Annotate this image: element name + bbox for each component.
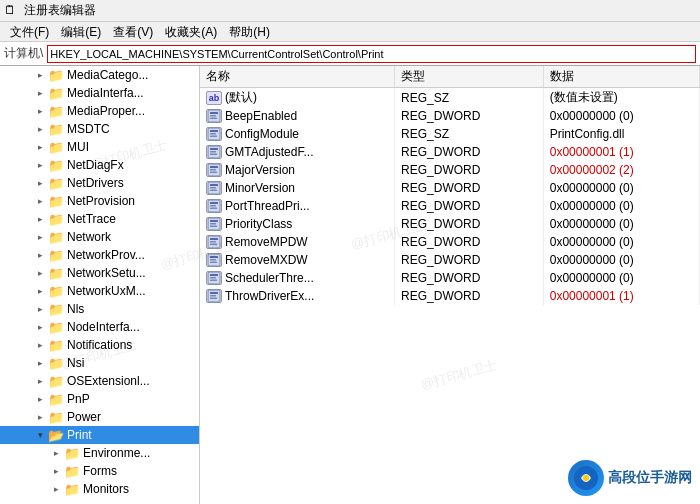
folder-icon: 📁 xyxy=(48,247,64,263)
cell-name: GMTAdjustedF... xyxy=(200,143,395,161)
table-row[interactable]: PriorityClassREG_DWORD0x00000000 (0) xyxy=(200,215,700,233)
cell-type: REG_DWORD xyxy=(395,161,544,179)
tree-item[interactable]: ▸📁Nsi xyxy=(0,354,199,372)
tree-item[interactable]: ▸📁MediaCatego... xyxy=(0,66,199,84)
cell-name: RemoveMXDW xyxy=(200,251,395,269)
cell-type: REG_DWORD xyxy=(395,215,544,233)
tree-arrow-icon: ▸ xyxy=(32,250,48,260)
menu-item[interactable]: 收藏夹(A) xyxy=(159,22,223,42)
tree-item[interactable]: ▸📁Power xyxy=(0,408,199,426)
tree-label: MediaCatego... xyxy=(67,68,148,82)
cell-name-text: SchedulerThre... xyxy=(225,271,314,285)
cell-data: PrintConfig.dll xyxy=(543,125,699,143)
tree-label: MediaInterfa... xyxy=(67,86,144,100)
tree-arrow-icon: ▸ xyxy=(48,466,64,476)
tree-item[interactable]: ▸📁Network xyxy=(0,228,199,246)
tree-label: Environme... xyxy=(83,446,150,460)
tree-item[interactable]: ▸📁MSDTC xyxy=(0,120,199,138)
tree-label: NetworkSetu... xyxy=(67,266,146,280)
menu-item[interactable]: 文件(F) xyxy=(4,22,55,42)
tree-arrow-icon: ▸ xyxy=(32,214,48,224)
tree-item[interactable]: ▸📁NetTrace xyxy=(0,210,199,228)
tree-arrow-icon: ▸ xyxy=(32,106,48,116)
logo-icon xyxy=(568,460,604,496)
registry-tree[interactable]: ▸📁MediaCatego...▸📁MediaInterfa...▸📁Media… xyxy=(0,66,200,504)
tree-item[interactable]: ▸📁MediaProper... xyxy=(0,102,199,120)
cell-data: 0x00000001 (1) xyxy=(543,143,699,161)
tree-arrow-icon: ▸ xyxy=(32,358,48,368)
svg-rect-11 xyxy=(210,154,217,156)
svg-rect-41 xyxy=(210,292,218,294)
cell-name-text: MinorVersion xyxy=(225,181,295,195)
folder-icon: 📁 xyxy=(48,229,64,245)
tree-label: PnP xyxy=(67,392,90,406)
reg-value-icon xyxy=(206,289,222,303)
app-icon: 🗒 xyxy=(4,3,20,19)
tree-item[interactable]: ▸📁Notifications xyxy=(0,336,199,354)
tree-arrow-icon: ▸ xyxy=(32,394,48,404)
reg-value-icon xyxy=(206,127,222,141)
tree-item[interactable]: ▸📁NetworkSetu... xyxy=(0,264,199,282)
folder-icon: 📁 xyxy=(48,121,64,137)
reg-value-icon xyxy=(206,253,222,267)
folder-icon: 📁 xyxy=(48,211,64,227)
svg-rect-30 xyxy=(210,241,216,243)
svg-rect-35 xyxy=(210,262,217,264)
folder-icon: 📁 xyxy=(48,139,64,155)
registry-values-table[interactable]: 名称 类型 数据 ab(默认)REG_SZ(数值未设置)BeepEnabledR… xyxy=(200,66,700,504)
tree-item[interactable]: ▸📁MUI xyxy=(0,138,199,156)
col-type: 类型 xyxy=(395,66,544,88)
cell-name-text: RemoveMXDW xyxy=(225,253,308,267)
tree-item[interactable]: ▸📁PnP xyxy=(0,390,199,408)
svg-rect-10 xyxy=(210,151,216,153)
tree-item[interactable]: ▸📁NetworkUxM... xyxy=(0,282,199,300)
cell-name-text: PriorityClass xyxy=(225,217,292,231)
folder-icon: 📁 xyxy=(48,103,64,119)
tree-item[interactable]: ▸📁MediaInterfa... xyxy=(0,84,199,102)
menu-item[interactable]: 编辑(E) xyxy=(55,22,107,42)
svg-rect-23 xyxy=(210,208,217,210)
tree-item[interactable]: ▸📁NetDiagFx xyxy=(0,156,199,174)
menu-item[interactable]: 帮助(H) xyxy=(223,22,276,42)
table-row[interactable]: ConfigModuleREG_SZPrintConfig.dll xyxy=(200,125,700,143)
tree-item[interactable]: ▸📁Forms xyxy=(0,462,199,480)
tree-item[interactable]: ▸📁Nls xyxy=(0,300,199,318)
cell-data: (数值未设置) xyxy=(543,88,699,108)
tree-item[interactable]: ▸📁NodeInterfa... xyxy=(0,318,199,336)
tree-item[interactable]: ▾📂Print xyxy=(0,426,199,444)
svg-rect-6 xyxy=(210,133,216,135)
reg-value-icon xyxy=(206,199,222,213)
cell-name: PortThreadPri... xyxy=(200,197,395,215)
tree-item[interactable]: ▸📁Monitors xyxy=(0,480,199,498)
cell-data: 0x00000000 (0) xyxy=(543,233,699,251)
tree-item[interactable]: ▸📁NetProvision xyxy=(0,192,199,210)
table-row[interactable]: RemoveMXDWREG_DWORD0x00000000 (0) xyxy=(200,251,700,269)
tree-item[interactable]: ▸📁OSExtensionl... xyxy=(0,372,199,390)
menu-item[interactable]: 查看(V) xyxy=(107,22,159,42)
tree-label: MediaProper... xyxy=(67,104,145,118)
table-row[interactable]: RemoveMPDWREG_DWORD0x00000000 (0) xyxy=(200,233,700,251)
table-row[interactable]: MinorVersionREG_DWORD0x00000000 (0) xyxy=(200,179,700,197)
svg-rect-1 xyxy=(210,112,218,114)
svg-rect-37 xyxy=(210,274,218,276)
address-input[interactable] xyxy=(47,45,696,63)
table-header: 名称 类型 数据 xyxy=(200,66,700,88)
table-row[interactable]: ThrowDriverEx...REG_DWORD0x00000001 (1) xyxy=(200,287,700,305)
table-row[interactable]: ab(默认)REG_SZ(数值未设置) xyxy=(200,88,700,108)
tree-item[interactable]: ▸📁NetDrivers xyxy=(0,174,199,192)
table-row[interactable]: PortThreadPri...REG_DWORD0x00000000 (0) xyxy=(200,197,700,215)
tree-label: MUI xyxy=(67,140,89,154)
cell-data: 0x00000000 (0) xyxy=(543,215,699,233)
table-row[interactable]: GMTAdjustedF...REG_DWORD0x00000001 (1) xyxy=(200,143,700,161)
table-row[interactable]: MajorVersionREG_DWORD0x00000002 (2) xyxy=(200,161,700,179)
tree-label: Nsi xyxy=(67,356,84,370)
table-row[interactable]: BeepEnabledREG_DWORD0x00000000 (0) xyxy=(200,107,700,125)
cell-name: PriorityClass xyxy=(200,215,395,233)
tree-label: NetworkUxM... xyxy=(67,284,146,298)
cell-data: 0x00000001 (1) xyxy=(543,287,699,305)
tree-item[interactable]: ▸📁NetworkProv... xyxy=(0,246,199,264)
tree-item[interactable]: ▸📁Environme... xyxy=(0,444,199,462)
cell-type: REG_DWORD xyxy=(395,197,544,215)
table-row[interactable]: SchedulerThre...REG_DWORD0x00000000 (0) xyxy=(200,269,700,287)
cell-name-text: ConfigModule xyxy=(225,127,299,141)
